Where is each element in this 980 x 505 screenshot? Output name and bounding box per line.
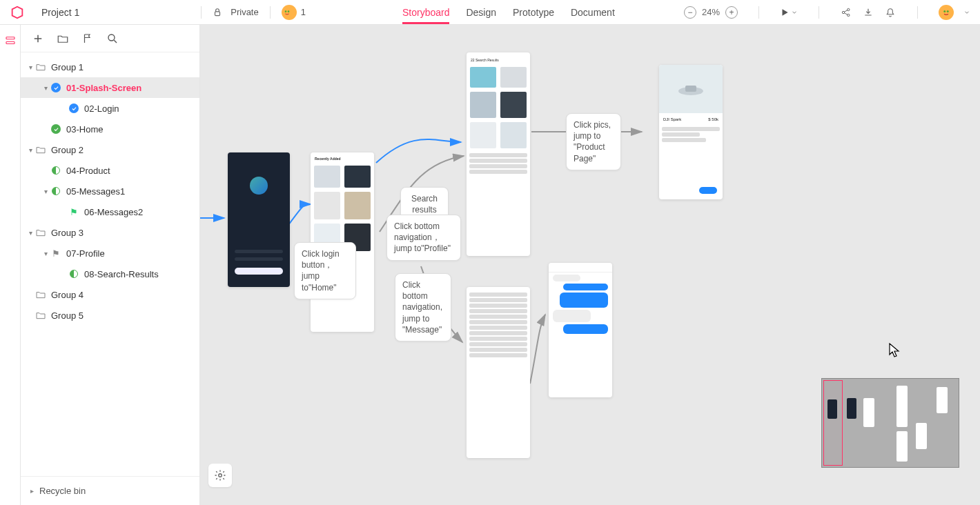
annotation-profile[interactable]: Click bottom navigation，jump to"Profile" <box>386 215 461 261</box>
group-row-4[interactable]: Group 4 <box>21 284 199 305</box>
group-row-2[interactable]: ▾ Group 2 <box>21 139 199 160</box>
download-icon <box>863 7 874 18</box>
gear-icon <box>214 469 226 482</box>
minimap[interactable] <box>821 378 959 468</box>
view-tabs: Storyboard Design Prototype Document <box>402 1 615 23</box>
folder-icon <box>35 227 47 238</box>
frame-splash[interactable] <box>228 152 290 287</box>
download-button[interactable] <box>862 6 874 19</box>
svg-point-4 <box>842 11 844 13</box>
svg-rect-11 <box>6 42 14 44</box>
add-folder-button[interactable] <box>57 32 69 45</box>
collaborators[interactable]: 1 <box>282 5 306 20</box>
play-button[interactable] <box>780 8 798 17</box>
share-icon <box>841 7 852 18</box>
annotation-login[interactable]: Click login button，jump to"Home" <box>294 242 356 299</box>
page-label: 01-Splash-Screen <box>66 83 141 93</box>
notifications-button[interactable] <box>884 6 896 19</box>
zoom-in-button[interactable]: + <box>725 6 738 19</box>
page-08-search-results[interactable]: 08-Search-Results <box>21 264 199 284</box>
page-07-profile[interactable]: ▾ ⚑ 07-Profile <box>21 243 199 264</box>
annotation-product[interactable]: Click pics, jump to "Product Page" <box>566 113 621 170</box>
frame-chat[interactable] <box>549 263 612 397</box>
recycle-bin[interactable]: ▸ Recycle bin <box>21 476 199 505</box>
page-label: 05-Messages1 <box>66 186 125 197</box>
page-01-splash-screen[interactable]: ▾ 01-Splash-Screen <box>21 77 199 98</box>
app-logo-icon <box>10 5 25 20</box>
status-inprogress-icon <box>50 166 62 175</box>
minimap-viewport[interactable] <box>823 380 843 466</box>
frame-section-label: Recently Added <box>311 152 374 162</box>
svg-rect-10 <box>6 37 14 39</box>
canvas-settings-button[interactable] <box>208 464 232 487</box>
page-03-home[interactable]: 03-Home <box>21 119 199 139</box>
page-label: 02-Login <box>84 103 119 114</box>
group-row-3[interactable]: ▾ Group 3 <box>21 222 199 243</box>
folder-icon <box>35 310 47 321</box>
zoom-level[interactable]: 24% <box>702 7 720 17</box>
svg-rect-14 <box>685 86 696 92</box>
add-flag-button[interactable] <box>81 32 94 45</box>
page-tree: ▾ Group 1 ▾ 01-Splash-Screen 02-Login 03… <box>21 52 199 476</box>
add-page-button[interactable] <box>32 32 44 45</box>
group-row-1[interactable]: ▾ Group 1 <box>21 57 199 77</box>
frame-search-results[interactable]: 22 Search Results <box>467 52 530 256</box>
user-avatar[interactable] <box>939 5 954 20</box>
project-name[interactable]: Project 1 <box>41 7 79 18</box>
flag-icon: ⚑ <box>50 248 62 259</box>
storyboard-canvas[interactable]: Recently Added Click login button，jump t… <box>200 25 980 505</box>
svg-point-2 <box>284 10 286 12</box>
search-button[interactable] <box>106 32 119 45</box>
svg-point-12 <box>108 34 115 41</box>
page-04-product[interactable]: 04-Product <box>21 160 199 181</box>
tab-storyboard[interactable]: Storyboard <box>402 1 449 23</box>
separator <box>758 6 759 19</box>
svg-point-1 <box>282 8 291 17</box>
tab-prototype[interactable]: Prototype <box>513 1 554 23</box>
chevron-down-icon[interactable] <box>963 9 970 16</box>
folder-icon <box>35 144 47 155</box>
page-05-messages1[interactable]: ▾ 05-Messages1 <box>21 181 199 201</box>
group-label: Group 2 <box>51 145 84 155</box>
group-row-5[interactable]: Group 5 <box>21 305 199 326</box>
page-02-login[interactable]: 02-Login <box>21 98 199 119</box>
frame-product[interactable]: DJI Spark $ 50k <box>659 65 723 199</box>
storyboard-mode-icon[interactable] <box>4 34 17 47</box>
tab-document[interactable]: Document <box>571 1 615 23</box>
folder-icon <box>35 289 47 300</box>
zoom-out-button[interactable]: − <box>684 6 696 19</box>
tab-design[interactable]: Design <box>466 1 496 23</box>
status-done-icon <box>50 83 62 92</box>
svg-point-7 <box>941 7 952 17</box>
status-inprogress-icon <box>68 270 80 278</box>
svg-point-9 <box>947 10 949 12</box>
topbar-right: − 24% + <box>684 5 970 20</box>
page-label: 08-Search-Results <box>84 269 159 279</box>
recycle-label: Recycle bin <box>39 486 86 496</box>
share-button[interactable] <box>840 6 852 19</box>
product-price: $ 50k <box>708 117 718 121</box>
user-count: 1 <box>301 7 306 17</box>
product-title: DJI Spark <box>663 117 681 121</box>
separator <box>917 6 918 19</box>
flag-icon: ⚑ <box>68 207 80 217</box>
cursor-icon <box>889 343 901 358</box>
svg-point-8 <box>943 10 945 12</box>
separator <box>270 6 271 19</box>
folder-icon <box>35 61 47 72</box>
annotation-message[interactable]: Click bottom navigation, jump to "Messag… <box>395 273 451 341</box>
privacy-toggle[interactable]: Private <box>213 7 258 17</box>
sidebar: ▾ Group 1 ▾ 01-Splash-Screen 02-Login 03… <box>21 25 200 505</box>
page-06-messages2[interactable]: ⚑ 06-Messages2 <box>21 201 199 222</box>
privacy-label: Private <box>231 7 258 17</box>
group-label: Group 3 <box>51 228 84 238</box>
topbar: Project 1 Private 1 Storyboard Design Pr… <box>0 0 980 25</box>
frame-section-label: 22 Search Results <box>467 52 530 63</box>
group-label: Group 5 <box>51 310 84 321</box>
zoom-control: − 24% + <box>684 6 738 19</box>
status-inprogress-icon <box>50 187 62 195</box>
status-approved-icon <box>50 124 62 134</box>
bell-icon <box>885 7 896 18</box>
left-rail <box>0 25 21 505</box>
frame-messages[interactable] <box>467 287 530 458</box>
